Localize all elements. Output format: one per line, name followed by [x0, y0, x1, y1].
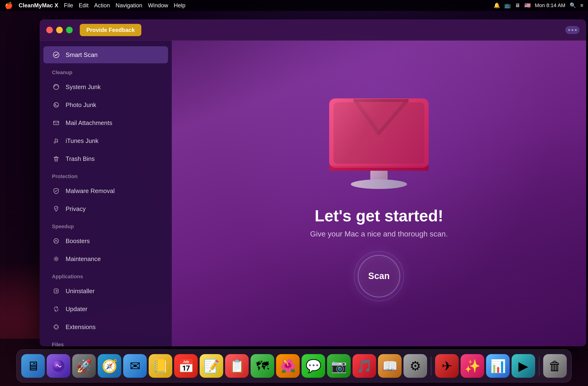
itunes-junk-icon: [52, 136, 60, 145]
sidebar-item-uninstaller[interactable]: Uninstaller: [43, 283, 168, 299]
speedup-section-label: Speedup: [40, 218, 172, 231]
dock-item-istat[interactable]: 📊: [486, 354, 510, 378]
screen-icon[interactable]: 🖥: [515, 2, 520, 8]
sidebar-item-malware-removal[interactable]: Malware Removal: [43, 182, 168, 199]
sidebar-item-maintenance[interactable]: Maintenance: [43, 250, 168, 267]
maintenance-icon: [52, 255, 60, 263]
apple-menu[interactable]: 🍎: [5, 2, 13, 9]
sidebar-item-trash-bins[interactable]: Trash Bins: [43, 150, 168, 167]
protection-section-label: Protection: [40, 168, 172, 182]
window-controls: [46, 27, 73, 33]
applications-section-label: Applications: [40, 268, 172, 282]
sidebar-item-photo-junk[interactable]: Photo Junk: [43, 96, 168, 114]
dock-item-notes[interactable]: 📝: [200, 354, 223, 378]
sidebar-item-itunes-junk[interactable]: iTunes Junk: [43, 132, 168, 149]
dock-item-messages[interactable]: 💬: [302, 354, 325, 378]
action-menu[interactable]: Action: [94, 2, 110, 9]
close-button[interactable]: [46, 27, 53, 33]
dock-item-airmail[interactable]: ✈: [435, 354, 459, 378]
sidebar-item-mail-attachments[interactable]: Mail Attachments: [43, 114, 168, 131]
dock-item-cleanmymac[interactable]: ✨: [461, 354, 484, 378]
dock-item-siri[interactable]: [47, 354, 70, 378]
headline: Let's get started!: [315, 206, 443, 225]
dock-item-facetime[interactable]: 📷: [327, 354, 351, 378]
malware-removal-label: Malware Removal: [66, 187, 115, 195]
sidebar-item-privacy[interactable]: Privacy: [43, 200, 168, 217]
flag-icon[interactable]: 🇺🇸: [524, 2, 531, 8]
menu-bar: 🍎 CleanMyMac X File Edit Action Navigati…: [0, 0, 588, 11]
mail-attachments-icon: [52, 119, 60, 127]
dot-2: [571, 29, 573, 31]
malware-removal-icon: [52, 187, 60, 195]
dock: 🖥 🚀 🧭 ✉ 📒 📅 📝 📋 🗺 🌺 💬 📷 🎵 📖: [0, 346, 588, 386]
dock-item-music[interactable]: 🎵: [353, 354, 376, 378]
feedback-button[interactable]: Provide Feedback: [80, 24, 141, 36]
dock-item-trash[interactable]: 🗑: [543, 354, 567, 378]
file-menu[interactable]: File: [64, 2, 73, 9]
dock-item-system-prefs[interactable]: ⚙: [403, 354, 427, 378]
trash-bins-icon: [52, 155, 60, 163]
updater-icon: [52, 305, 60, 313]
dock-separator-2: [539, 357, 539, 375]
control-center-icon[interactable]: ≡: [580, 2, 583, 8]
dock-item-launchpad[interactable]: 🚀: [72, 354, 96, 378]
maximize-button[interactable]: [66, 27, 73, 33]
dot-1: [568, 29, 570, 31]
sidebar-item-extensions[interactable]: Extensions: [43, 318, 168, 336]
sidebar-item-updater[interactable]: Updater: [43, 300, 168, 318]
menu-bar-time: Mon 8:14 AM: [535, 2, 566, 8]
svg-point-5: [54, 142, 55, 143]
boosters-label: Boosters: [66, 237, 90, 245]
dock-item-contacts[interactable]: 📒: [149, 354, 172, 378]
imac-illustration: [296, 90, 462, 195]
svg-point-8: [55, 258, 57, 260]
system-junk-label: System Junk: [66, 83, 101, 91]
navigation-menu[interactable]: Navigation: [116, 2, 142, 9]
svg-point-0: [53, 52, 59, 58]
maintenance-label: Maintenance: [66, 255, 101, 263]
svg-point-3: [55, 104, 56, 105]
search-icon[interactable]: 🔍: [570, 2, 576, 8]
dock-item-mail[interactable]: ✉: [123, 354, 147, 378]
airplay-icon[interactable]: 📺: [504, 2, 511, 8]
title-bar: Provide Feedback: [40, 19, 586, 41]
smart-scan-icon: [52, 50, 60, 59]
minimize-button[interactable]: [56, 27, 63, 33]
extensions-icon: [52, 323, 60, 331]
sidebar-item-boosters[interactable]: Boosters: [43, 232, 168, 250]
itunes-junk-label: iTunes Junk: [66, 137, 98, 145]
privacy-label: Privacy: [66, 205, 86, 213]
extensions-label: Extensions: [66, 323, 96, 331]
sidebar-item-system-junk[interactable]: System Junk: [43, 78, 168, 95]
dock-item-photos[interactable]: 🌺: [276, 354, 300, 378]
help-menu[interactable]: Help: [174, 2, 186, 9]
notification-icon[interactable]: 🔔: [494, 2, 500, 8]
sidebar-item-smart-scan[interactable]: Smart Scan: [43, 46, 168, 63]
dock-item-finder[interactable]: 🖥: [21, 354, 45, 378]
app-name-menu[interactable]: CleanMyMac X: [19, 2, 58, 9]
dot-3: [575, 29, 577, 31]
boosters-icon: [52, 237, 60, 245]
dock-item-books[interactable]: 📖: [378, 354, 402, 378]
photo-junk-label: Photo Junk: [66, 101, 96, 109]
dock-background: 🖥 🚀 🧭 ✉ 📒 📅 📝 📋 🗺 🌺 💬 📷 🎵 📖: [16, 349, 572, 383]
dock-item-qreate[interactable]: ▶: [512, 354, 535, 378]
main-content: Smart Scan Cleanup System Junk: [40, 41, 586, 346]
main-panel: Let's get started! Give your Mac a nice …: [172, 41, 586, 346]
dock-item-safari[interactable]: 🧭: [98, 354, 121, 378]
system-junk-icon: [52, 83, 60, 91]
uninstaller-label: Uninstaller: [66, 288, 95, 295]
svg-point-17: [351, 179, 407, 189]
more-options-button[interactable]: [565, 26, 580, 34]
window-menu[interactable]: Window: [148, 2, 168, 9]
updater-label: Updater: [66, 305, 87, 313]
sidebar: Smart Scan Cleanup System Junk: [40, 41, 172, 346]
svg-point-6: [56, 141, 58, 142]
dock-item-maps[interactable]: 🗺: [251, 354, 274, 378]
dock-item-calendar[interactable]: 📅: [174, 354, 198, 378]
edit-menu[interactable]: Edit: [79, 2, 88, 9]
subheadline: Give your Mac a nice and thorough scan.: [310, 230, 448, 238]
svg-rect-4: [54, 121, 59, 125]
svg-rect-21: [329, 98, 429, 167]
dock-item-reminders[interactable]: 📋: [225, 354, 249, 378]
